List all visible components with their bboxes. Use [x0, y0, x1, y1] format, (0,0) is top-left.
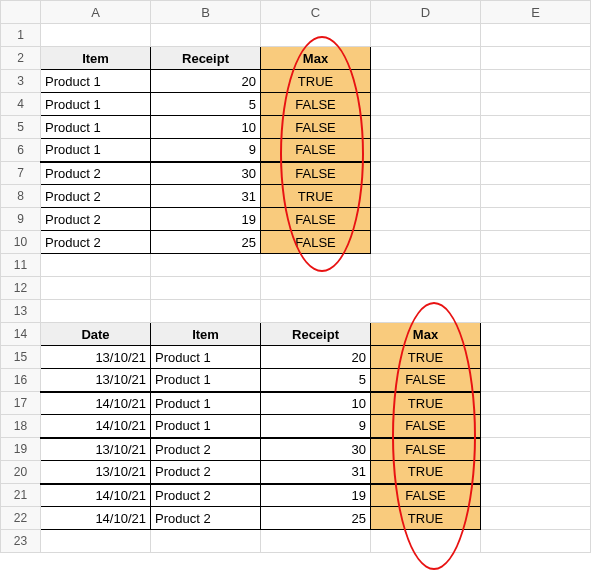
cell[interactable] — [371, 93, 481, 116]
cell-item[interactable]: Product 1 — [151, 346, 261, 369]
cell[interactable] — [151, 254, 261, 277]
cell-date[interactable]: 13/10/21 — [41, 369, 151, 392]
cell-max[interactable]: TRUE — [261, 185, 371, 208]
cell[interactable] — [371, 24, 481, 47]
row-header[interactable]: 5 — [1, 116, 41, 139]
row-header[interactable]: 20 — [1, 461, 41, 484]
corner-cell[interactable] — [1, 1, 41, 24]
cell[interactable] — [371, 70, 481, 93]
cell[interactable] — [371, 231, 481, 254]
row-header[interactable]: 14 — [1, 323, 41, 346]
cell-max[interactable]: TRUE — [371, 346, 481, 369]
col-header-E[interactable]: E — [481, 1, 591, 24]
cell-receipt[interactable]: 20 — [261, 346, 371, 369]
cell-receipt[interactable]: 10 — [261, 392, 371, 415]
cell-item[interactable]: Product 2 — [41, 208, 151, 231]
cell-date[interactable]: 13/10/21 — [41, 346, 151, 369]
row-header[interactable]: 7 — [1, 162, 41, 185]
cell[interactable] — [481, 484, 591, 507]
cell[interactable] — [481, 369, 591, 392]
cell-receipt[interactable]: 9 — [261, 415, 371, 438]
row-header[interactable]: 8 — [1, 185, 41, 208]
cell-max[interactable]: TRUE — [371, 392, 481, 415]
cell[interactable] — [371, 162, 481, 185]
cell[interactable] — [481, 438, 591, 461]
col-header-B[interactable]: B — [151, 1, 261, 24]
cell[interactable] — [261, 300, 371, 323]
cell-max[interactable]: FALSE — [371, 415, 481, 438]
cell[interactable] — [481, 208, 591, 231]
table1-header-receipt[interactable]: Receipt — [151, 47, 261, 70]
cell[interactable] — [481, 300, 591, 323]
cell-max[interactable]: TRUE — [371, 507, 481, 530]
cell[interactable] — [481, 116, 591, 139]
row-header[interactable]: 9 — [1, 208, 41, 231]
cell[interactable] — [41, 530, 151, 553]
cell-receipt[interactable]: 10 — [151, 116, 261, 139]
cell-max[interactable]: FALSE — [371, 369, 481, 392]
row-header[interactable]: 3 — [1, 70, 41, 93]
cell-receipt[interactable]: 25 — [151, 231, 261, 254]
cell-receipt[interactable]: 19 — [261, 484, 371, 507]
cell[interactable] — [371, 185, 481, 208]
cell-item[interactable]: Product 2 — [151, 461, 261, 484]
cell-item[interactable]: Product 1 — [41, 116, 151, 139]
row-header[interactable]: 21 — [1, 484, 41, 507]
row-header[interactable]: 19 — [1, 438, 41, 461]
cell[interactable] — [371, 530, 481, 553]
cell[interactable] — [481, 185, 591, 208]
cell-item[interactable]: Product 2 — [41, 185, 151, 208]
cell[interactable] — [261, 24, 371, 47]
cell[interactable] — [481, 415, 591, 438]
cell[interactable] — [371, 208, 481, 231]
row-header[interactable]: 12 — [1, 277, 41, 300]
cell[interactable] — [481, 93, 591, 116]
cell[interactable] — [481, 530, 591, 553]
cell-receipt[interactable]: 25 — [261, 507, 371, 530]
cell[interactable] — [151, 277, 261, 300]
cell-max[interactable]: TRUE — [261, 70, 371, 93]
cell[interactable] — [371, 254, 481, 277]
cell-item[interactable]: Product 1 — [151, 369, 261, 392]
row-header[interactable]: 16 — [1, 369, 41, 392]
cell-max[interactable]: FALSE — [371, 438, 481, 461]
cell-receipt[interactable]: 5 — [151, 93, 261, 116]
cell-item[interactable]: Product 2 — [151, 438, 261, 461]
row-header[interactable]: 13 — [1, 300, 41, 323]
col-header-C[interactable]: C — [261, 1, 371, 24]
cell-date[interactable]: 13/10/21 — [41, 461, 151, 484]
cell-item[interactable]: Product 2 — [41, 162, 151, 185]
cell-item[interactable]: Product 2 — [151, 484, 261, 507]
cell[interactable] — [371, 47, 481, 70]
cell-item[interactable]: Product 2 — [151, 507, 261, 530]
cell-receipt[interactable]: 9 — [151, 139, 261, 162]
cell-item[interactable]: Product 1 — [41, 93, 151, 116]
cell[interactable] — [151, 24, 261, 47]
cell-max[interactable]: FALSE — [261, 208, 371, 231]
table2-header-date[interactable]: Date — [41, 323, 151, 346]
cell-max[interactable]: FALSE — [261, 139, 371, 162]
cell[interactable] — [41, 300, 151, 323]
cell[interactable] — [481, 323, 591, 346]
cell-item[interactable]: Product 1 — [151, 392, 261, 415]
cell-max[interactable]: TRUE — [371, 461, 481, 484]
row-header[interactable]: 10 — [1, 231, 41, 254]
row-header[interactable]: 18 — [1, 415, 41, 438]
cell[interactable] — [261, 277, 371, 300]
row-header[interactable]: 11 — [1, 254, 41, 277]
cell-item[interactable]: Product 1 — [151, 415, 261, 438]
cell[interactable] — [371, 116, 481, 139]
cell[interactable] — [41, 277, 151, 300]
cell-item[interactable]: Product 1 — [41, 70, 151, 93]
cell[interactable] — [371, 277, 481, 300]
cell-date[interactable]: 13/10/21 — [41, 438, 151, 461]
cell[interactable] — [261, 254, 371, 277]
cell-receipt[interactable]: 19 — [151, 208, 261, 231]
table2-header-max[interactable]: Max — [371, 323, 481, 346]
cell-date[interactable]: 14/10/21 — [41, 484, 151, 507]
col-header-D[interactable]: D — [371, 1, 481, 24]
cell[interactable] — [481, 346, 591, 369]
row-header[interactable]: 4 — [1, 93, 41, 116]
cell[interactable] — [481, 254, 591, 277]
cell-receipt[interactable]: 5 — [261, 369, 371, 392]
